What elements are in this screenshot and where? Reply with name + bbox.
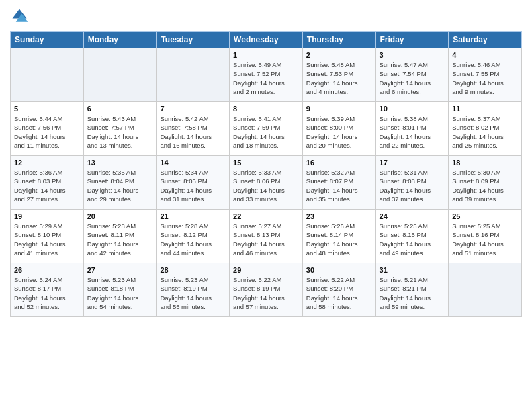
day-number: 27	[87, 266, 153, 274]
day-number: 19	[14, 212, 80, 220]
day-header: Sunday	[11, 32, 84, 48]
day-info: Sunrise: 5:25 AM Sunset: 8:15 PM Dayligh…	[380, 222, 445, 257]
day-header: Monday	[83, 32, 157, 48]
day-number: 20	[87, 212, 153, 220]
day-info: Sunrise: 5:44 AM Sunset: 7:56 PM Dayligh…	[14, 114, 80, 150]
day-number: 18	[452, 158, 518, 167]
day-number: 7	[160, 105, 226, 113]
header-row: SundayMondayTuesdayWednesdayThursdayFrid…	[11, 32, 522, 48]
day-number: 30	[306, 266, 372, 274]
day-number: 5	[14, 105, 80, 113]
day-number: 24	[380, 212, 445, 220]
calendar-table: SundayMondayTuesdayWednesdayThursdayFrid…	[10, 31, 522, 317]
day-info: Sunrise: 5:26 AM Sunset: 8:14 PM Dayligh…	[306, 222, 372, 257]
week-row: 19Sunrise: 5:29 AM Sunset: 8:10 PM Dayli…	[11, 210, 522, 263]
logo-icon	[10, 7, 29, 26]
week-row: 12Sunrise: 5:36 AM Sunset: 8:03 PM Dayli…	[11, 156, 522, 210]
day-cell: 9Sunrise: 5:39 AM Sunset: 8:00 PM Daylig…	[302, 102, 375, 156]
day-cell: 22Sunrise: 5:27 AM Sunset: 8:13 PM Dayli…	[230, 210, 303, 263]
day-number: 2	[306, 51, 372, 59]
day-number: 21	[160, 212, 226, 220]
day-number: 8	[233, 105, 299, 113]
day-info: Sunrise: 5:23 AM Sunset: 8:19 PM Dayligh…	[160, 275, 226, 311]
day-number: 26	[14, 266, 80, 274]
day-cell	[11, 48, 84, 102]
day-number: 31	[380, 266, 445, 274]
day-number: 28	[160, 266, 226, 274]
day-info: Sunrise: 5:30 AM Sunset: 8:09 PM Dayligh…	[452, 168, 518, 203]
day-cell: 5Sunrise: 5:44 AM Sunset: 7:56 PM Daylig…	[11, 102, 84, 156]
day-header: Saturday	[449, 32, 522, 48]
day-cell: 17Sunrise: 5:31 AM Sunset: 8:08 PM Dayli…	[375, 156, 449, 210]
day-number: 29	[233, 266, 299, 274]
day-info: Sunrise: 5:49 AM Sunset: 7:52 PM Dayligh…	[233, 60, 299, 96]
day-cell: 26Sunrise: 5:24 AM Sunset: 8:17 PM Dayli…	[11, 263, 84, 317]
day-info: Sunrise: 5:41 AM Sunset: 7:59 PM Dayligh…	[233, 114, 299, 150]
day-cell	[157, 48, 230, 102]
day-cell: 19Sunrise: 5:29 AM Sunset: 8:10 PM Dayli…	[11, 210, 84, 263]
day-header: Wednesday	[230, 32, 303, 48]
week-row: 5Sunrise: 5:44 AM Sunset: 7:56 PM Daylig…	[11, 102, 522, 156]
day-cell: 28Sunrise: 5:23 AM Sunset: 8:19 PM Dayli…	[157, 263, 230, 317]
day-cell: 2Sunrise: 5:48 AM Sunset: 7:53 PM Daylig…	[302, 48, 375, 102]
day-info: Sunrise: 5:42 AM Sunset: 7:58 PM Dayligh…	[160, 114, 226, 150]
day-cell: 7Sunrise: 5:42 AM Sunset: 7:58 PM Daylig…	[157, 102, 230, 156]
day-number: 9	[306, 105, 372, 113]
day-number: 22	[233, 212, 299, 220]
day-header: Friday	[375, 32, 449, 48]
day-cell: 23Sunrise: 5:26 AM Sunset: 8:14 PM Dayli…	[302, 210, 375, 263]
day-header: Tuesday	[157, 32, 230, 48]
day-cell: 10Sunrise: 5:38 AM Sunset: 8:01 PM Dayli…	[375, 102, 449, 156]
day-info: Sunrise: 5:31 AM Sunset: 8:08 PM Dayligh…	[380, 168, 445, 203]
day-info: Sunrise: 5:23 AM Sunset: 8:18 PM Dayligh…	[87, 275, 153, 311]
day-cell	[83, 48, 157, 102]
day-cell: 31Sunrise: 5:21 AM Sunset: 8:21 PM Dayli…	[375, 263, 449, 317]
day-cell: 1Sunrise: 5:49 AM Sunset: 7:52 PM Daylig…	[230, 48, 303, 102]
day-number: 11	[452, 105, 518, 113]
day-info: Sunrise: 5:37 AM Sunset: 8:02 PM Dayligh…	[452, 114, 518, 150]
day-number: 23	[306, 212, 372, 220]
day-cell: 21Sunrise: 5:28 AM Sunset: 8:12 PM Dayli…	[157, 210, 230, 263]
day-info: Sunrise: 5:34 AM Sunset: 8:05 PM Dayligh…	[160, 168, 226, 203]
day-cell: 15Sunrise: 5:33 AM Sunset: 8:06 PM Dayli…	[230, 156, 303, 210]
day-cell: 25Sunrise: 5:25 AM Sunset: 8:16 PM Dayli…	[449, 210, 522, 263]
day-number: 10	[380, 105, 445, 113]
day-number: 6	[87, 105, 153, 113]
day-info: Sunrise: 5:21 AM Sunset: 8:21 PM Dayligh…	[380, 275, 445, 311]
day-cell: 11Sunrise: 5:37 AM Sunset: 8:02 PM Dayli…	[449, 102, 522, 156]
day-cell: 14Sunrise: 5:34 AM Sunset: 8:05 PM Dayli…	[157, 156, 230, 210]
day-info: Sunrise: 5:39 AM Sunset: 8:00 PM Dayligh…	[306, 114, 372, 150]
day-cell: 27Sunrise: 5:23 AM Sunset: 8:18 PM Dayli…	[83, 263, 157, 317]
day-number: 12	[14, 158, 80, 167]
day-cell: 30Sunrise: 5:22 AM Sunset: 8:20 PM Dayli…	[302, 263, 375, 317]
day-cell: 20Sunrise: 5:28 AM Sunset: 8:11 PM Dayli…	[83, 210, 157, 263]
day-number: 15	[233, 158, 299, 167]
day-info: Sunrise: 5:24 AM Sunset: 8:17 PM Dayligh…	[14, 275, 80, 311]
day-number: 1	[233, 51, 299, 59]
week-row: 1Sunrise: 5:49 AM Sunset: 7:52 PM Daylig…	[11, 48, 522, 102]
header	[10, 7, 522, 26]
day-info: Sunrise: 5:22 AM Sunset: 8:20 PM Dayligh…	[306, 275, 372, 311]
day-cell: 18Sunrise: 5:30 AM Sunset: 8:09 PM Dayli…	[449, 156, 522, 210]
day-number: 13	[87, 158, 153, 167]
day-info: Sunrise: 5:28 AM Sunset: 8:11 PM Dayligh…	[87, 222, 153, 257]
day-header: Thursday	[302, 32, 375, 48]
day-info: Sunrise: 5:29 AM Sunset: 8:10 PM Dayligh…	[14, 222, 80, 257]
day-info: Sunrise: 5:33 AM Sunset: 8:06 PM Dayligh…	[233, 168, 299, 203]
day-info: Sunrise: 5:32 AM Sunset: 8:07 PM Dayligh…	[306, 168, 372, 203]
day-number: 25	[452, 212, 518, 220]
day-number: 3	[380, 51, 445, 59]
day-info: Sunrise: 5:28 AM Sunset: 8:12 PM Dayligh…	[160, 222, 226, 257]
day-info: Sunrise: 5:35 AM Sunset: 8:04 PM Dayligh…	[87, 168, 153, 203]
day-info: Sunrise: 5:47 AM Sunset: 7:54 PM Dayligh…	[380, 60, 445, 96]
day-info: Sunrise: 5:43 AM Sunset: 7:57 PM Dayligh…	[87, 114, 153, 150]
day-info: Sunrise: 5:38 AM Sunset: 8:01 PM Dayligh…	[380, 114, 445, 150]
page: SundayMondayTuesdayWednesdayThursdayFrid…	[0, 0, 532, 411]
day-cell: 3Sunrise: 5:47 AM Sunset: 7:54 PM Daylig…	[375, 48, 449, 102]
day-cell: 8Sunrise: 5:41 AM Sunset: 7:59 PM Daylig…	[230, 102, 303, 156]
day-cell: 24Sunrise: 5:25 AM Sunset: 8:15 PM Dayli…	[375, 210, 449, 263]
day-cell	[449, 263, 522, 317]
day-cell: 16Sunrise: 5:32 AM Sunset: 8:07 PM Dayli…	[302, 156, 375, 210]
day-info: Sunrise: 5:46 AM Sunset: 7:55 PM Dayligh…	[452, 60, 518, 96]
day-number: 17	[380, 158, 445, 167]
